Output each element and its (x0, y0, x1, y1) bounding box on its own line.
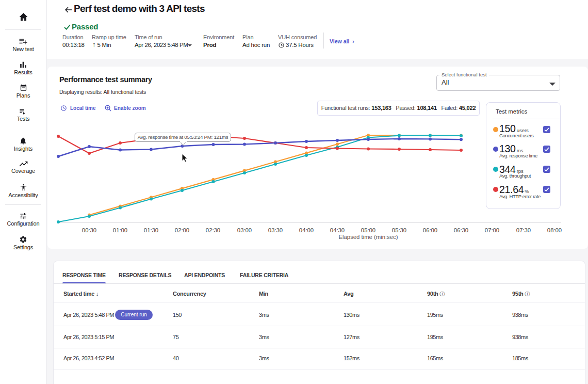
svg-text:03:30: 03:30 (268, 227, 283, 233)
svg-text:08:00: 08:00 (547, 227, 562, 233)
svg-text:06:00: 06:00 (423, 227, 437, 233)
svg-text:05:00: 05:00 (361, 227, 375, 233)
svg-text:07:00: 07:00 (485, 227, 499, 233)
svg-text:Elapsed time (min:sec): Elapsed time (min:sec) (339, 234, 398, 240)
svg-text:03:00: 03:00 (237, 227, 252, 233)
svg-text:02:00: 02:00 (175, 227, 189, 233)
svg-text:07:30: 07:30 (516, 227, 531, 233)
svg-text:01:30: 01:30 (144, 227, 158, 233)
svg-text:02:30: 02:30 (206, 227, 220, 233)
svg-text:04:30: 04:30 (330, 227, 345, 233)
svg-text:01:00: 01:00 (113, 227, 127, 233)
svg-text:05:30: 05:30 (392, 227, 406, 233)
svg-text:06:30: 06:30 (454, 227, 468, 233)
svg-text:00:30: 00:30 (82, 227, 96, 233)
svg-text:04:00: 04:00 (299, 227, 314, 233)
